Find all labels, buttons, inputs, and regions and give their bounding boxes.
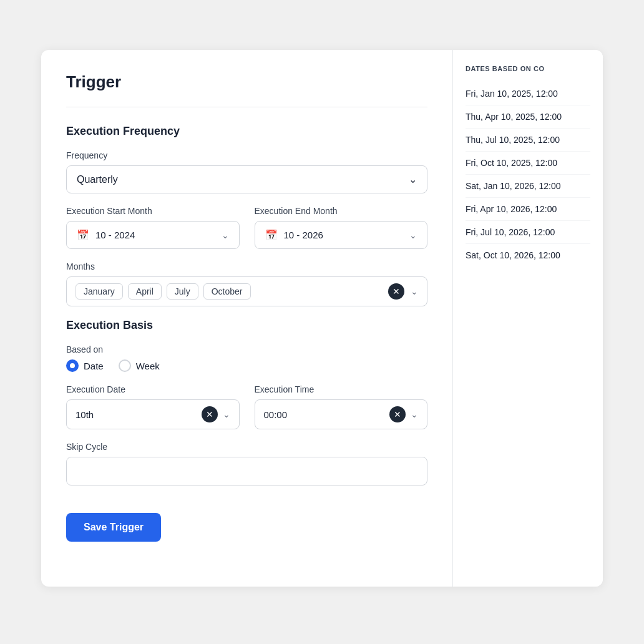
execution-time-value: 00:00	[264, 409, 385, 420]
frequency-dropdown[interactable]: Quarterly ⌄	[66, 165, 427, 193]
date-entry: Fri, Jan 10, 2025, 12:00	[466, 82, 590, 105]
divider	[66, 107, 427, 107]
execution-basis-section: Execution Basis Based on Date Week Execu…	[66, 319, 427, 485]
date-entry: Thu, Apr 10, 2025, 12:00	[466, 105, 590, 129]
execution-time-label: Execution Time	[255, 384, 428, 394]
months-controls: ✕ ⌄	[388, 283, 418, 300]
dates-list: Fri, Jan 10, 2025, 12:00Thu, Apr 10, 202…	[466, 82, 590, 266]
month-tag-april: April	[128, 283, 162, 300]
main-panel: Trigger Execution Frequency Frequency Qu…	[41, 50, 453, 587]
end-month-dropdown[interactable]: 📅 10 - 2026 ⌄	[255, 221, 428, 249]
radio-week-option[interactable]: Week	[119, 359, 160, 372]
end-month-calendar-icon: 📅	[265, 229, 278, 241]
end-month-field: Execution End Month 📅 10 - 2026 ⌄	[255, 206, 428, 249]
date-entry: Fri, Apr 10, 2026, 12:00	[466, 198, 590, 221]
execution-date-field: Execution Date 10th ✕ ⌄	[66, 384, 240, 429]
save-trigger-button[interactable]: Save Trigger	[66, 513, 161, 542]
skip-cycle-label: Skip Cycle	[66, 442, 427, 452]
based-on-label: Based on	[66, 344, 427, 354]
radio-date-option[interactable]: Date	[66, 359, 104, 372]
right-panel: DATES BASED ON CO Fri, Jan 10, 2025, 12:…	[453, 50, 603, 587]
radio-date-label: Date	[84, 361, 104, 371]
execution-basis-title: Execution Basis	[66, 319, 427, 332]
date-entry: Fri, Jul 10, 2026, 12:00	[466, 221, 590, 244]
start-month-field: Execution Start Month 📅 10 - 2024 ⌄	[66, 206, 240, 249]
end-month-value: 10 - 2026	[284, 230, 410, 240]
execution-frequency-title: Execution Frequency	[66, 125, 427, 138]
execution-time-field: Execution Time 00:00 ✕ ⌄	[255, 384, 428, 429]
months-chevron-icon[interactable]: ⌄	[411, 286, 418, 296]
month-tag-january: January	[76, 283, 123, 300]
end-month-label: Execution End Month	[255, 206, 428, 216]
start-month-label: Execution Start Month	[66, 206, 240, 216]
months-selector[interactable]: January April July October ✕ ⌄	[66, 276, 427, 306]
right-panel-title: DATES BASED ON CO	[466, 65, 590, 72]
start-month-chevron-icon: ⌄	[222, 230, 229, 240]
frequency-label: Frequency	[66, 150, 427, 160]
skip-cycle-field: Skip Cycle	[66, 442, 427, 485]
execution-date-label: Execution Date	[66, 384, 240, 394]
radio-group: Date Week	[66, 359, 427, 372]
page-title: Trigger	[66, 72, 427, 92]
date-entry: Sat, Oct 10, 2026, 12:00	[466, 244, 590, 266]
radio-date-circle	[66, 359, 79, 372]
month-tag-july: July	[167, 283, 198, 300]
execution-frequency-section: Execution Frequency Frequency Quarterly …	[66, 125, 427, 306]
skip-cycle-input[interactable]	[66, 457, 427, 485]
frequency-chevron-icon: ⌄	[409, 173, 417, 185]
date-entry: Thu, Jul 10, 2025, 12:00	[466, 129, 590, 152]
execution-date-chevron-icon[interactable]: ⌄	[223, 409, 230, 419]
start-month-dropdown[interactable]: 📅 10 - 2024 ⌄	[66, 221, 240, 249]
months-clear-button[interactable]: ✕	[388, 283, 404, 300]
execution-time-input[interactable]: 00:00 ✕ ⌄	[255, 399, 428, 429]
date-time-row: Execution Date 10th ✕ ⌄ Execution Time 0…	[66, 384, 427, 429]
start-month-value: 10 - 2024	[95, 230, 222, 240]
month-tag-october: October	[203, 283, 251, 300]
months-field: Months January April July October ✕ ⌄	[66, 261, 427, 306]
months-label: Months	[66, 261, 427, 271]
radio-week-circle	[119, 359, 131, 372]
frequency-field: Frequency Quarterly ⌄	[66, 150, 427, 193]
execution-time-chevron-icon[interactable]: ⌄	[411, 409, 418, 419]
end-month-chevron-icon: ⌄	[409, 230, 417, 240]
execution-time-clear-button[interactable]: ✕	[389, 406, 406, 422]
execution-date-input[interactable]: 10th ✕ ⌄	[66, 399, 240, 429]
frequency-value: Quarterly	[77, 174, 118, 185]
execution-date-clear-button[interactable]: ✕	[202, 406, 218, 422]
start-month-calendar-icon: 📅	[77, 229, 89, 241]
month-range-row: Execution Start Month 📅 10 - 2024 ⌄ Exec…	[66, 206, 427, 249]
execution-date-value: 10th	[76, 409, 197, 420]
radio-week-label: Week	[136, 361, 160, 371]
date-entry: Sat, Jan 10, 2026, 12:00	[466, 175, 590, 198]
main-card: Trigger Execution Frequency Frequency Qu…	[41, 50, 603, 587]
date-entry: Fri, Oct 10, 2025, 12:00	[466, 152, 590, 175]
